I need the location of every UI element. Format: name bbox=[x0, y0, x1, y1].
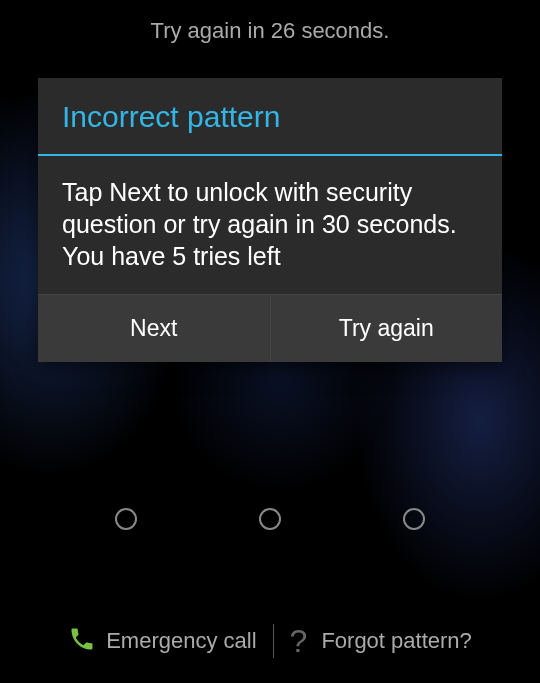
pattern-dot[interactable] bbox=[403, 508, 425, 530]
next-button[interactable]: Next bbox=[38, 295, 271, 362]
dialog-button-row: Next Try again bbox=[38, 294, 502, 362]
question-icon: ? bbox=[290, 625, 308, 657]
dialog-message: Tap Next to unlock with security questio… bbox=[38, 156, 502, 294]
retry-countdown: Try again in 26 seconds. bbox=[0, 18, 540, 44]
incorrect-pattern-dialog: Incorrect pattern Tap Next to unlock wit… bbox=[38, 78, 502, 362]
forgot-pattern-button[interactable]: ? Forgot pattern? bbox=[274, 619, 488, 663]
pattern-dot[interactable] bbox=[259, 508, 281, 530]
pattern-dots-row bbox=[0, 508, 540, 530]
forgot-pattern-label: Forgot pattern? bbox=[321, 628, 471, 654]
emergency-call-button[interactable]: Emergency call bbox=[52, 619, 272, 663]
pattern-dot[interactable] bbox=[115, 508, 137, 530]
emergency-call-label: Emergency call bbox=[106, 628, 256, 654]
try-again-button[interactable]: Try again bbox=[271, 295, 503, 362]
dialog-title: Incorrect pattern bbox=[38, 78, 502, 154]
phone-icon bbox=[68, 625, 106, 657]
lockscreen-footer: Emergency call ? Forgot pattern? bbox=[0, 619, 540, 663]
